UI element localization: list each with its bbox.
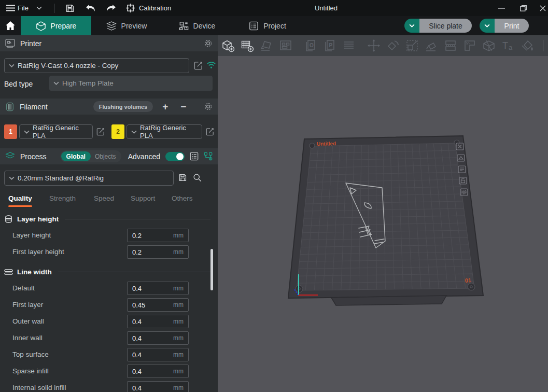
move-icon[interactable] <box>367 39 381 52</box>
chevron-down-icon <box>409 24 415 27</box>
minimize-button[interactable] <box>494 0 509 16</box>
process-preset-dropdown[interactable]: 0.20mm Standard @RatRig <box>4 171 174 186</box>
param-unit: mm <box>173 318 184 325</box>
filament-1-color-swatch[interactable]: 1 <box>4 124 17 139</box>
param-row: Sparse infill 0.4 mm <box>0 365 218 379</box>
undo-button[interactable] <box>85 0 96 16</box>
filament-section-header: Filament Flushing volumes + − <box>0 99 218 115</box>
save-preset-icon[interactable] <box>178 173 187 182</box>
object-list-icon[interactable] <box>190 152 199 161</box>
minimize-icon <box>498 8 505 9</box>
import-object-icon[interactable]: O <box>304 39 317 52</box>
param-input[interactable]: 0.45 mm <box>127 298 189 312</box>
edit-printer-icon[interactable] <box>194 61 203 70</box>
file-menu-dropdown[interactable] <box>36 0 42 16</box>
add-filament-button[interactable]: + <box>162 101 168 113</box>
param-input[interactable]: 0.4 mm <box>127 365 189 378</box>
scale-icon[interactable] <box>405 39 419 52</box>
filament-2-number: 2 <box>116 128 120 135</box>
param-input[interactable]: 0.2 mm <box>127 229 189 242</box>
maximize-button[interactable] <box>515 0 531 16</box>
param-label: Top surface <box>12 351 49 358</box>
text-icon[interactable]: Ta <box>501 39 515 52</box>
main-menu-button[interactable] <box>6 0 15 16</box>
tab-device[interactable]: Device <box>162 16 232 35</box>
param-input[interactable]: 0.2 mm <box>127 245 189 259</box>
print-options-button[interactable] <box>480 19 495 33</box>
layers-icon[interactable] <box>342 39 356 52</box>
tab-strength[interactable]: Strength <box>49 194 76 202</box>
file-menu[interactable]: File <box>18 0 29 16</box>
add-object-icon[interactable] <box>221 39 235 52</box>
titlebar-divider <box>54 0 54 16</box>
param-label: Layer height <box>12 231 51 239</box>
filament-2-preset-dropdown[interactable]: RatRig Generic PLA <box>127 124 202 139</box>
printer-section-title: Printer <box>20 39 41 48</box>
add-plate-icon[interactable] <box>241 39 254 52</box>
param-input[interactable]: 0.4 mm <box>127 331 189 345</box>
svg-text:T: T <box>502 40 508 51</box>
build-scene[interactable]: Untitled 01 <box>218 56 548 392</box>
printer-preset-value: RatRig V-Cast 0.4 nozzle - Copy <box>18 62 118 69</box>
filament-1-preset-dropdown[interactable]: RatRig Generic PLA <box>19 124 93 139</box>
filament-settings-gear-icon[interactable] <box>204 102 213 111</box>
save-button[interactable] <box>65 0 75 16</box>
param-input[interactable]: 0.4 mm <box>127 282 189 295</box>
process-scope-toggle[interactable]: Global Objects <box>60 150 121 162</box>
remove-filament-button[interactable]: − <box>180 101 186 113</box>
printer-preset-dropdown[interactable]: RatRig V-Cast 0.4 nozzle - Copy <box>4 58 189 73</box>
cut-icon[interactable] <box>482 39 496 52</box>
filament-1-number: 1 <box>9 128 12 135</box>
slice-plate-split-button: Slice plate <box>404 19 472 33</box>
lay-flat-icon[interactable] <box>425 39 438 52</box>
scope-global[interactable]: Global <box>61 151 91 161</box>
calibration-button[interactable]: Calibration <box>126 0 171 16</box>
param-input[interactable]: 0.4 mm <box>127 315 189 328</box>
tab-preview[interactable]: Preview <box>91 16 162 35</box>
printer-settings-gear-icon[interactable] <box>204 39 213 48</box>
param-unit: mm <box>173 368 184 375</box>
tab-speed[interactable]: Speed <box>94 194 114 202</box>
search-preset-icon[interactable] <box>193 173 202 182</box>
param-input[interactable]: 0.4 mm <box>127 348 189 361</box>
tab-project[interactable]: Project <box>232 16 303 35</box>
tab-quality[interactable]: Quality <box>8 194 32 202</box>
advanced-toggle[interactable] <box>165 152 185 161</box>
print-split-button: Print <box>480 19 529 33</box>
param-label: First layer <box>12 301 43 309</box>
bed-type-dropdown[interactable]: High Temp Plate <box>49 76 213 91</box>
home-button[interactable] <box>0 16 21 35</box>
arrange-icon[interactable] <box>279 39 292 52</box>
svg-text:P: P <box>329 43 333 48</box>
paint-icon[interactable] <box>521 39 534 52</box>
compare-presets-icon[interactable] <box>204 152 213 161</box>
viewport-3d[interactable]: O P Ta Untitled 01 <box>218 35 548 392</box>
edit-filament-2-icon[interactable] <box>206 128 214 136</box>
param-input[interactable]: 0.4 mm <box>127 381 189 392</box>
sidebar-scrollbar[interactable] <box>210 249 213 290</box>
import-part-icon[interactable]: P <box>323 39 336 52</box>
layer-height-section-header: Layer height <box>4 214 210 224</box>
hamburger-icon <box>6 5 15 11</box>
plate-name-label[interactable]: Untitled <box>317 141 336 147</box>
printer-connection-wifi-icon[interactable] <box>206 61 216 69</box>
slice-plate-button[interactable]: Slice plate <box>419 19 472 33</box>
scope-objects[interactable]: Objects <box>91 153 120 160</box>
active-tab-underline <box>8 205 32 207</box>
print-button[interactable]: Print <box>495 19 529 33</box>
tab-prepare[interactable]: Prepare <box>21 16 91 35</box>
flushing-volumes-button[interactable]: Flushing volumes <box>93 101 153 112</box>
edit-filament-1-icon[interactable] <box>96 128 105 136</box>
close-button[interactable] <box>535 0 548 16</box>
tab-others[interactable]: Others <box>172 194 193 202</box>
tab-support[interactable]: Support <box>131 194 155 202</box>
mesh-boolean-icon[interactable] <box>463 39 476 52</box>
redo-button[interactable] <box>106 0 117 16</box>
prepare-icon <box>36 21 46 31</box>
slice-options-button[interactable] <box>404 19 419 33</box>
process-icon <box>5 152 15 161</box>
rotate-icon[interactable] <box>386 39 400 52</box>
auto-orient-icon[interactable] <box>260 39 273 52</box>
split-icon[interactable] <box>444 39 457 52</box>
filament-2-color-swatch[interactable]: 2 <box>111 124 124 139</box>
